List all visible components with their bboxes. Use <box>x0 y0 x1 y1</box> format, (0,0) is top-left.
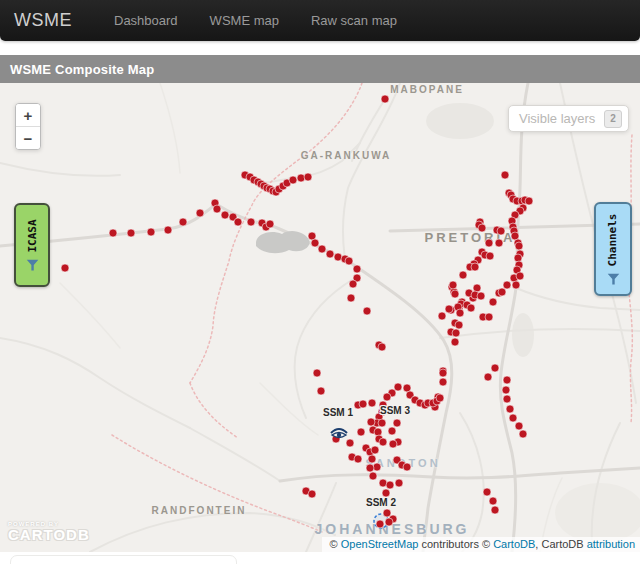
map-marker[interactable] <box>491 506 499 514</box>
map-marker[interactable] <box>439 369 447 377</box>
map-marker[interactable] <box>385 518 393 526</box>
map-marker[interactable] <box>383 509 391 517</box>
map-marker[interactable] <box>501 171 509 179</box>
map-marker[interactable] <box>349 280 357 288</box>
map-marker[interactable] <box>467 304 475 312</box>
map-marker[interactable] <box>326 250 334 258</box>
map-marker[interactable] <box>368 399 376 407</box>
map-marker[interactable] <box>394 383 402 391</box>
map-marker[interactable] <box>379 438 387 446</box>
map-marker[interactable] <box>439 378 447 386</box>
map-marker[interactable] <box>451 290 459 298</box>
attribution-link[interactable]: attribution <box>587 538 635 550</box>
map-marker[interactable] <box>308 490 316 498</box>
map-marker[interactable] <box>345 257 353 265</box>
map-marker[interactable] <box>503 395 511 403</box>
map-marker[interactable] <box>371 446 379 454</box>
map-marker[interactable] <box>378 419 386 427</box>
map-marker[interactable] <box>477 292 485 300</box>
map-marker[interactable] <box>304 173 312 181</box>
map-marker[interactable] <box>196 209 204 217</box>
map-marker[interactable] <box>147 228 155 236</box>
channels-tab[interactable]: Channels <box>594 202 632 296</box>
map-marker[interactable] <box>516 272 524 280</box>
zoom-in-button[interactable]: + <box>16 104 40 127</box>
map-marker[interactable] <box>313 369 321 377</box>
nav-item-dashboard[interactable]: Dashboard <box>98 0 194 41</box>
cartodb-link[interactable]: CartoDB <box>493 538 535 550</box>
map-marker[interactable] <box>368 455 376 463</box>
map-marker[interactable] <box>386 481 394 489</box>
map-marker[interactable] <box>502 386 510 394</box>
map-marker[interactable] <box>164 226 172 234</box>
map-marker[interactable] <box>512 281 520 289</box>
map-marker[interactable] <box>503 281 511 289</box>
map-marker[interactable] <box>289 176 297 184</box>
map-marker[interactable] <box>456 309 464 317</box>
map-marker[interactable] <box>179 218 187 226</box>
map-marker[interactable] <box>489 298 497 306</box>
map-marker[interactable] <box>318 245 326 253</box>
map-marker[interactable] <box>221 211 229 219</box>
map-marker[interactable] <box>109 229 117 237</box>
map-marker[interactable] <box>389 440 397 448</box>
map-marker[interactable] <box>498 288 506 296</box>
map-marker[interactable] <box>436 394 444 402</box>
map-canvas[interactable]: MABOPANEGA-RANKUWAPRETORIARANDFONTEINSAN… <box>0 83 640 552</box>
map-marker[interactable] <box>388 427 396 435</box>
map-marker[interactable] <box>491 364 499 372</box>
map-marker[interactable] <box>495 239 503 247</box>
map-marker[interactable] <box>515 422 523 430</box>
map-marker[interactable] <box>393 419 401 427</box>
map-marker[interactable] <box>367 418 375 426</box>
map-marker[interactable] <box>486 252 494 260</box>
map-marker[interactable] <box>234 218 242 226</box>
map-marker[interactable] <box>403 463 411 471</box>
map-marker[interactable] <box>395 479 403 487</box>
map-marker[interactable] <box>359 400 367 408</box>
map-marker[interactable] <box>381 95 389 103</box>
map-marker[interactable] <box>525 197 533 205</box>
map-marker[interactable] <box>485 239 493 247</box>
visible-layers-toggle[interactable]: Visible layers 2 <box>508 105 629 132</box>
map-marker[interactable] <box>497 227 505 235</box>
map-marker[interactable] <box>376 520 384 528</box>
map-marker[interactable] <box>503 376 511 384</box>
openstreetmap-link[interactable]: OpenStreetMap <box>341 538 419 550</box>
brand-link[interactable]: WSME <box>0 10 86 31</box>
map-marker[interactable] <box>519 430 527 438</box>
map-marker[interactable] <box>357 428 365 436</box>
map-marker[interactable] <box>363 307 371 315</box>
map-marker[interactable] <box>478 224 486 232</box>
map-marker[interactable] <box>354 455 362 463</box>
map-marker[interactable] <box>489 497 497 505</box>
map-marker[interactable] <box>484 373 492 381</box>
map-marker[interactable] <box>353 265 361 273</box>
map-marker[interactable] <box>369 472 377 480</box>
map-marker[interactable] <box>317 387 325 395</box>
map-marker[interactable] <box>383 393 391 401</box>
zoom-out-button[interactable]: − <box>16 127 40 149</box>
map-marker[interactable] <box>506 405 514 413</box>
map-marker[interactable] <box>459 271 467 279</box>
map-marker[interactable] <box>515 242 523 250</box>
map-marker[interactable] <box>347 294 355 302</box>
map-marker[interactable] <box>213 205 221 213</box>
map-marker[interactable] <box>266 220 274 228</box>
nav-item-wsme-map[interactable]: WSME map <box>194 0 295 41</box>
map-marker[interactable] <box>452 329 460 337</box>
map-marker[interactable] <box>438 312 446 320</box>
map-marker[interactable] <box>311 239 319 247</box>
map-marker[interactable] <box>509 414 517 422</box>
map-marker[interactable] <box>483 488 491 496</box>
map-marker[interactable] <box>378 343 386 351</box>
map-marker[interactable] <box>247 218 255 226</box>
map-marker[interactable] <box>471 263 479 271</box>
icasa-tab[interactable]: ICASA <box>14 203 50 287</box>
map-marker[interactable] <box>366 464 374 472</box>
map-marker[interactable] <box>445 305 453 313</box>
map-marker[interactable] <box>485 313 493 321</box>
map-marker[interactable] <box>449 281 457 289</box>
eye-icon[interactable] <box>329 426 349 441</box>
map-marker[interactable] <box>455 321 463 329</box>
